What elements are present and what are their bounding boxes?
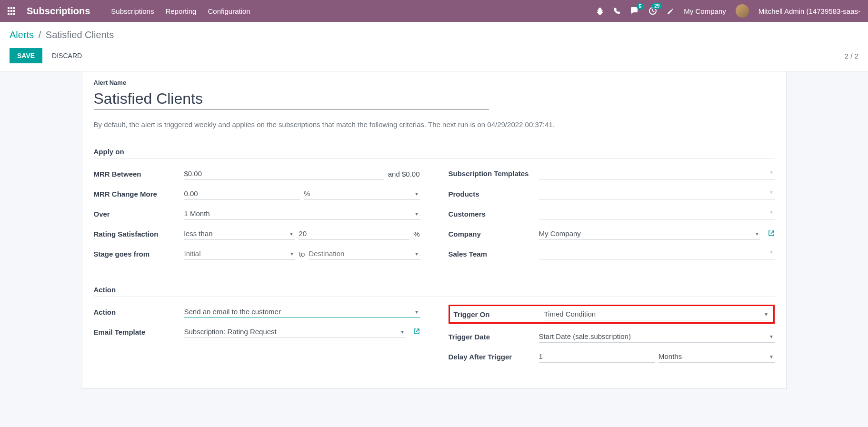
breadcrumb-parent[interactable]: Alerts	[10, 30, 34, 40]
messages-badge: 5	[637, 3, 644, 10]
sales-team-label: Sales Team	[449, 250, 539, 258]
trigger-on-label: Trigger On	[454, 310, 544, 318]
mrr-between-from-input[interactable]	[184, 168, 384, 180]
discard-button[interactable]: DISCARD	[52, 52, 82, 60]
trigger-date-label: Trigger Date	[449, 333, 539, 341]
stage-label: Stage goes from	[94, 250, 184, 258]
action-bar: SAVE DISCARD 2 / 2	[0, 44, 868, 71]
stage-to-text: to	[299, 250, 305, 258]
trigger-on-row: Trigger On	[449, 305, 775, 324]
nav-menu: Subscriptions Reporting Configuration	[111, 7, 250, 15]
external-link-icon[interactable]	[768, 230, 775, 238]
rating-op-select[interactable]	[184, 228, 295, 240]
rating-label: Rating Satisfaction	[94, 230, 184, 238]
trigger-date-select[interactable]	[539, 330, 775, 343]
sales-team-input[interactable]	[539, 248, 775, 259]
phone-icon[interactable]	[613, 7, 621, 15]
pager[interactable]: 2 / 2	[845, 52, 858, 60]
help-text: By default, the alert is triggered weekl…	[94, 120, 775, 129]
rating-value-input[interactable]	[299, 228, 409, 240]
rating-suffix: %	[413, 230, 419, 238]
user-menu[interactable]: Mitchell Admin (14739583-saas-	[758, 7, 860, 15]
action-select[interactable]	[184, 306, 420, 318]
external-link-icon[interactable]	[413, 328, 420, 336]
nav-configuration[interactable]: Configuration	[208, 7, 250, 15]
alert-name-label: Alert Name	[94, 79, 775, 86]
over-select[interactable]	[184, 208, 420, 220]
company-switcher[interactable]: My Company	[684, 7, 726, 15]
breadcrumb-current: Satisfied Clients	[46, 30, 114, 40]
mrr-change-input[interactable]	[184, 188, 300, 200]
products-input[interactable]	[539, 188, 775, 199]
messages-icon[interactable]: 5	[630, 7, 639, 15]
alert-name-input[interactable]	[94, 88, 489, 110]
customers-label: Customers	[449, 210, 539, 218]
nav-subscriptions[interactable]: Subscriptions	[111, 7, 154, 15]
mrr-change-unit-select[interactable]	[304, 188, 420, 200]
activities-icon[interactable]: 29	[649, 7, 657, 15]
apps-icon[interactable]	[8, 7, 15, 15]
mrr-between-label: MRR Between	[94, 170, 184, 178]
section-action: Action	[94, 286, 775, 297]
over-label: Over	[94, 210, 184, 218]
delay-label: Delay After Trigger	[449, 353, 539, 361]
avatar[interactable]	[736, 4, 749, 18]
breadcrumb: Alerts / Satisfied Clients	[10, 30, 858, 40]
sub-templates-label: Subscription Templates	[449, 169, 539, 179]
stage-from-select[interactable]	[184, 248, 295, 260]
sub-templates-input[interactable]	[539, 168, 775, 179]
breadcrumb-bar: Alerts / Satisfied Clients	[0, 22, 868, 44]
delay-value-input[interactable]	[539, 350, 655, 363]
trigger-on-select[interactable]	[544, 308, 769, 320]
company-label: Company	[449, 230, 539, 238]
email-template-label: Email Template	[94, 328, 184, 336]
delay-unit-select[interactable]	[658, 350, 775, 363]
mrr-change-label: MRR Change More	[94, 190, 184, 198]
navbar: Subscriptions Subscriptions Reporting Co…	[0, 0, 868, 22]
mrr-and-text: and $0.00	[388, 170, 420, 178]
stage-to-select[interactable]	[309, 248, 419, 260]
section-apply-on: Apply on	[94, 148, 775, 159]
email-template-select[interactable]	[184, 326, 406, 338]
bug-icon[interactable]	[596, 7, 604, 15]
products-label: Products	[449, 190, 539, 198]
brand-title[interactable]: Subscriptions	[27, 6, 90, 17]
action-label: Action	[94, 308, 184, 316]
tools-icon[interactable]	[667, 7, 674, 15]
save-button[interactable]: SAVE	[10, 48, 42, 63]
activities-badge: 29	[652, 3, 662, 9]
nav-reporting[interactable]: Reporting	[165, 7, 196, 15]
form-sheet: Alert Name By default, the alert is trig…	[82, 71, 787, 389]
company-select[interactable]	[539, 228, 760, 240]
customers-input[interactable]	[539, 208, 775, 219]
